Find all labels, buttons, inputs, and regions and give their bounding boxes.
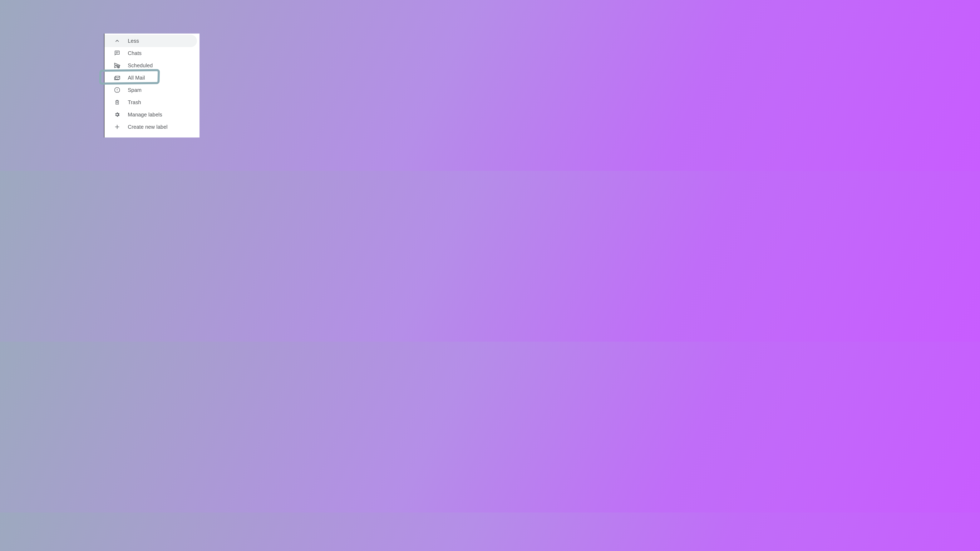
sidebar-item-manage-labels[interactable]: Manage labels — [105, 108, 197, 121]
svg-rect-0 — [116, 52, 119, 52]
trash-icon — [114, 99, 120, 105]
plus-icon — [114, 124, 120, 130]
sidebar-item-label: Scheduled — [128, 62, 153, 68]
sidebar-item-label: All Mail — [128, 75, 145, 81]
sidebar-item-label: Trash — [128, 99, 141, 105]
sidebar-item-scheduled[interactable]: Scheduled — [105, 59, 197, 71]
sidebar-panel: Less Chats Scheduled All Mail Spam Trash — [104, 33, 199, 138]
stacked-mail-icon — [114, 75, 120, 81]
sidebar-item-chats[interactable]: Chats — [105, 47, 197, 59]
chevron-up-icon — [114, 38, 120, 44]
sidebar-item-create-label[interactable]: Create new label — [105, 121, 197, 133]
gear-icon — [114, 111, 120, 118]
scheduled-send-icon — [114, 62, 120, 68]
sidebar-item-label: Less — [128, 38, 139, 44]
sidebar-item-label: Manage labels — [128, 112, 162, 118]
sidebar-item-trash[interactable]: Trash — [105, 96, 197, 108]
sidebar-item-less[interactable]: Less — [105, 35, 197, 47]
sidebar-item-spam[interactable]: Spam — [105, 84, 197, 96]
sidebar-item-label: Chats — [128, 50, 142, 56]
spam-icon — [114, 87, 120, 93]
svg-rect-1 — [116, 53, 118, 53]
sidebar-item-label: Create new label — [128, 124, 168, 130]
sidebar-item-all-mail[interactable]: All Mail — [105, 71, 197, 84]
sidebar-item-label: Spam — [128, 87, 142, 93]
chat-icon — [114, 50, 120, 56]
svg-point-6 — [117, 91, 118, 91]
